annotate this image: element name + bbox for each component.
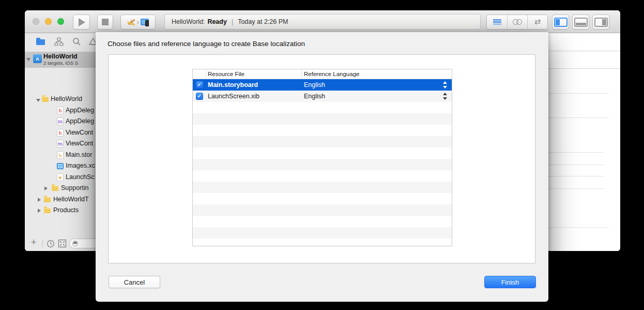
add-icon[interactable]: + xyxy=(31,237,37,248)
navigator-filter-bar: + xyxy=(25,236,98,251)
finish-button-label: Finish xyxy=(501,278,519,286)
sidebar-item-viewcontroller-h[interactable]: ViewCont xyxy=(25,127,98,139)
cancel-button[interactable]: Cancel xyxy=(109,276,160,288)
toggle-utilities-button[interactable] xyxy=(592,14,609,29)
sidebar-item-products[interactable]: Products xyxy=(25,205,98,216)
dialog-title: Choose files and reference language to c… xyxy=(108,40,305,48)
tab-search-navigator[interactable] xyxy=(71,37,82,46)
checkbox-checked[interactable] xyxy=(196,93,203,100)
sidebar-item-group-helloworld[interactable]: HelloWorld xyxy=(25,94,98,105)
column-header-reference-language[interactable]: Reference Language xyxy=(304,71,359,77)
resource-file-cell: Main.storyboard xyxy=(208,81,258,88)
divider xyxy=(42,240,43,247)
tree-label: HelloWorld xyxy=(51,95,82,102)
dialog-content-box: Resource File Reference Language Main.st… xyxy=(108,54,535,263)
navigator-tab-bar xyxy=(25,33,98,51)
sidebar-item-images-xcassets[interactable]: Images.xc xyxy=(25,160,98,172)
assistant-editor-icon xyxy=(513,19,522,25)
sidebar-item-viewcontroller-m[interactable]: ViewCont xyxy=(25,138,98,150)
asset-catalog-icon xyxy=(57,163,64,169)
table-empty-row xyxy=(193,216,452,227)
tree-label: Products xyxy=(53,206,79,214)
navigator-sidebar: A HelloWorld 2 targets, iOS S HelloWorld… xyxy=(25,33,98,251)
sidebar-item-project[interactable]: A HelloWorld 2 targets, iOS S xyxy=(25,52,98,68)
tab-project-navigator[interactable] xyxy=(35,37,45,46)
table-header: Resource File Reference Language xyxy=(193,69,452,79)
tree-label: HelloWorldT xyxy=(53,196,89,203)
table-empty-row xyxy=(193,239,452,246)
tree-label: Supportin xyxy=(61,184,89,191)
filter-icon xyxy=(72,241,78,246)
folder-icon xyxy=(52,186,58,191)
disclosure-closed-icon[interactable] xyxy=(38,209,41,213)
tree-label: AppDeleg xyxy=(66,117,94,125)
run-button[interactable] xyxy=(73,14,90,29)
tree-label: LaunchSc xyxy=(66,173,95,181)
minimize-window-button[interactable] xyxy=(45,18,52,25)
tree-label: ViewCont xyxy=(66,129,93,136)
table-empty-row xyxy=(193,170,452,182)
app-placeholder-icon xyxy=(127,18,135,26)
checkbox-checked[interactable] xyxy=(196,81,203,88)
impl-file-icon xyxy=(57,140,64,147)
tab-symbol-navigator[interactable] xyxy=(54,37,64,46)
standard-editor-icon xyxy=(493,19,501,25)
scheme-selector[interactable]: › xyxy=(120,14,156,29)
device-icon xyxy=(141,19,149,25)
popup-stepper-icon[interactable] xyxy=(443,81,448,89)
column-divider xyxy=(301,70,302,78)
popup-stepper-icon[interactable] xyxy=(443,92,448,100)
disclosure-closed-icon[interactable] xyxy=(38,198,41,202)
filter-input[interactable] xyxy=(69,239,98,248)
table-empty-row xyxy=(193,227,452,239)
finish-button[interactable]: Finish xyxy=(484,276,536,288)
project-subtitle: 2 targets, iOS S xyxy=(43,60,78,66)
header-file-icon xyxy=(57,107,64,114)
project-blueprint-icon: A xyxy=(33,54,42,63)
folder-icon xyxy=(42,97,49,102)
sidebar-item-launchscreen-xib[interactable]: LaunchSc xyxy=(25,172,98,183)
table-row[interactable]: LaunchScreen.xib English xyxy=(193,91,452,102)
sidebar-item-supporting-files[interactable]: Supportin xyxy=(25,183,98,194)
table-empty-row xyxy=(193,113,452,125)
activity-timestamp: Today at 2:26 PM xyxy=(238,18,288,25)
sidebar-item-appdelegate-h[interactable]: AppDeleg xyxy=(25,105,98,116)
play-icon xyxy=(79,18,85,26)
tree-label: Main.stor xyxy=(66,151,92,158)
activity-state: Ready xyxy=(207,18,227,25)
xib-file-icon xyxy=(57,173,64,181)
close-window-button[interactable] xyxy=(33,18,39,25)
column-header-resource-file[interactable]: Resource File xyxy=(208,71,244,77)
chevron-right-icon: › xyxy=(137,19,139,25)
reference-language-select[interactable]: English xyxy=(304,93,325,100)
folder-icon xyxy=(36,39,45,45)
utilities-panel-icon xyxy=(594,18,608,27)
stop-button[interactable] xyxy=(97,14,113,29)
project-name: HelloWorld xyxy=(43,53,78,60)
table-empty-row xyxy=(193,193,452,204)
folder-icon xyxy=(44,197,51,202)
activity-viewer: HelloWorld: Ready | Today at 2:26 PM xyxy=(164,14,481,29)
version-editor-button[interactable]: ⇄ xyxy=(527,15,547,29)
table-empty-row xyxy=(193,102,452,113)
table-empty-row xyxy=(193,204,452,216)
flatten-icon[interactable] xyxy=(58,239,67,248)
toggle-navigator-button[interactable] xyxy=(552,14,569,29)
sidebar-item-appdelegate-m[interactable]: AppDeleg xyxy=(25,116,98,127)
toggle-debug-area-button[interactable] xyxy=(572,14,589,29)
version-editor-icon: ⇄ xyxy=(534,18,541,26)
header-file-icon xyxy=(57,129,64,137)
assistant-editor-button[interactable] xyxy=(507,15,527,29)
sidebar-item-main-storyboard[interactable]: Main.stor xyxy=(25,150,98,161)
column-divider xyxy=(206,70,206,78)
standard-editor-button[interactable] xyxy=(487,15,507,29)
zoom-window-button[interactable] xyxy=(57,18,64,25)
tree-label: AppDeleg xyxy=(66,107,94,114)
clock-icon[interactable] xyxy=(47,240,55,248)
disclosure-closed-icon[interactable] xyxy=(44,186,48,190)
disclosure-open-icon[interactable] xyxy=(26,58,30,61)
table-row[interactable]: Main.storyboard English xyxy=(193,79,452,91)
disclosure-open-icon[interactable] xyxy=(36,99,40,102)
reference-language-select[interactable]: English xyxy=(304,81,325,88)
sidebar-item-helloworldtests[interactable]: HelloWorldT xyxy=(25,194,98,205)
